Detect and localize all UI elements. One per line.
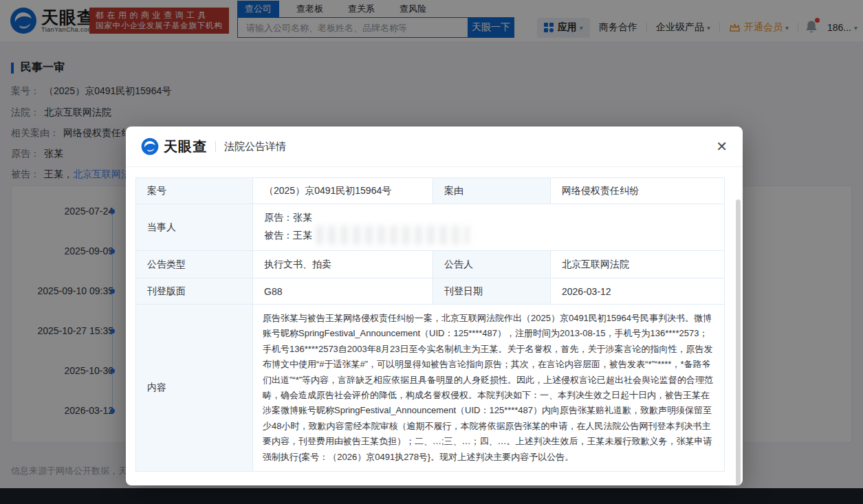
cell-label-cause: 案由 <box>433 178 551 204</box>
cell-page-layout: G88 <box>253 278 433 305</box>
cell-label-content: 内容 <box>136 305 253 472</box>
cell-label-announcer: 公告人 <box>433 251 551 278</box>
announcement-table: 案号 （2025）京0491民初15964号 案由 网络侵权责任纠纷 当事人 原… <box>135 177 725 472</box>
cell-label-publish-date: 刊登日期 <box>433 278 551 305</box>
modal-header: 天眼查 法院公告详情 ✕ <box>126 127 743 167</box>
party-plaintiff: 原告：张某 <box>264 210 713 226</box>
cell-cause: 网络侵权责任纠纷 <box>551 178 725 204</box>
cell-label-case-no: 案号 <box>136 178 253 204</box>
cell-parties: 原告：张某 被告：王某 <box>253 204 725 251</box>
cell-case-no: （2025）京0491民初15964号 <box>253 178 433 204</box>
modal-body: 案号 （2025）京0491民初15964号 案由 网络侵权责任纠纷 当事人 原… <box>126 167 743 485</box>
cell-label-parties: 当事人 <box>136 204 253 251</box>
cell-label-announce-type: 公告类型 <box>136 251 253 278</box>
modal-scrollbar-thumb[interactable] <box>736 199 741 485</box>
table-row: 案号 （2025）京0491民初15964号 案由 网络侵权责任纠纷 <box>136 178 725 204</box>
cell-content: 原告张某与被告王某网络侵权责任纠纷一案，北京互联网法院作出（2025）京0491… <box>253 305 725 472</box>
tianyancha-swirl-icon <box>141 138 159 155</box>
cell-publish-date: 2026-03-12 <box>551 278 725 305</box>
table-row: 当事人 原告：张某 被告：王某 <box>136 204 725 251</box>
app-root: 天眼查 TianYanCha.com 都在用的商业查询工具 国家中小企业发展子基… <box>0 0 863 504</box>
cell-announcer: 北京互联网法院 <box>551 251 725 278</box>
redacted-blur-block <box>316 226 469 245</box>
court-announcement-modal: 天眼查 法院公告详情 ✕ 案号 （2025）京0491民初15964号 案由 网… <box>126 127 743 485</box>
table-row: 刊登版面 G88 刊登日期 2026-03-12 <box>136 278 725 305</box>
party-defendant: 被告：王某 <box>264 228 312 243</box>
modal-header-divider <box>215 141 216 152</box>
close-icon[interactable]: ✕ <box>716 140 728 153</box>
cell-label-page-layout: 刊登版面 <box>136 278 253 305</box>
table-row: 内容 原告张某与被告王某网络侵权责任纠纷一案，北京互联网法院作出（2025）京0… <box>136 305 725 472</box>
modal-brand: 天眼查 <box>164 138 207 156</box>
modal-title: 法院公告详情 <box>224 140 286 153</box>
table-row: 公告类型 执行文书、拍卖 公告人 北京互联网法院 <box>136 251 725 278</box>
cell-announce-type: 执行文书、拍卖 <box>253 251 433 278</box>
